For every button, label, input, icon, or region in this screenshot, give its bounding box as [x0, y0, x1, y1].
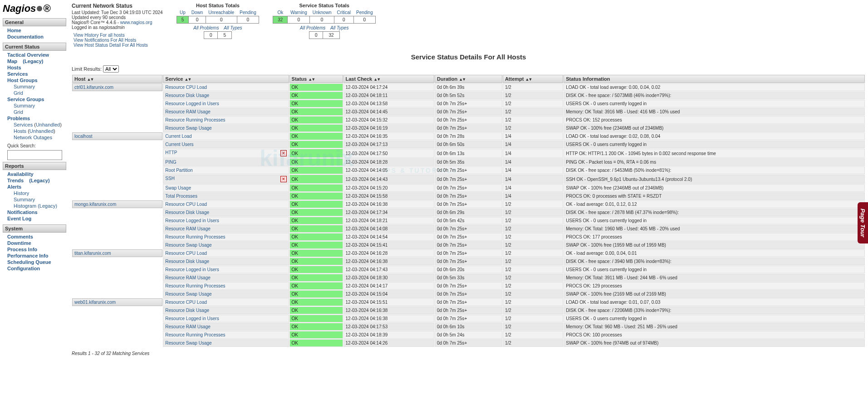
svc-total-critical-link[interactable]: Critical: [337, 10, 351, 15]
sidebar-sub-grid[interactable]: Grid: [14, 90, 23, 96]
sidebar-item-hosts[interactable]: Hosts: [7, 65, 21, 70]
col-last-check[interactable]: Last Check ▲▼: [343, 75, 434, 83]
host-link[interactable]: ctrl01.kifarunix.com: [74, 85, 113, 90]
service-link[interactable]: Resource Logged in Users: [165, 218, 219, 223]
host-all-problems-val[interactable]: 0: [204, 32, 218, 39]
sidebar-item-scheduling-queue[interactable]: Scheduling Queue: [7, 259, 51, 265]
host-link[interactable]: titan.kifarunix.com: [74, 251, 111, 256]
col-duration[interactable]: Duration ▲▼: [435, 75, 502, 83]
sidebar-item-downtime[interactable]: Downtime: [7, 240, 31, 246]
host-total-unreachable-val[interactable]: 0: [206, 16, 237, 24]
sidebar-sub-services[interactable]: Services: [14, 122, 33, 127]
service-link[interactable]: Resource Running Processes: [165, 332, 225, 337]
sort-arrows-icon[interactable]: ▲▼: [185, 77, 191, 82]
limit-select[interactable]: All: [103, 65, 119, 73]
service-link[interactable]: Resource RAM Usage: [165, 324, 210, 329]
sidebar-item-service-groups[interactable]: Service Groups: [7, 97, 44, 102]
service-link[interactable]: Resource Logged in Users: [165, 316, 219, 321]
sidebar-item-problems[interactable]: Problems: [7, 116, 30, 121]
service-link[interactable]: Resource Logged in Users: [165, 267, 219, 272]
sidebar-item-trends[interactable]: Trends: [7, 178, 24, 183]
sort-arrows-icon[interactable]: ▲▼: [87, 77, 93, 82]
sidebar-sub-hosts[interactable]: Hosts: [14, 128, 26, 134]
sidebar-item-tactical-overview[interactable]: Tactical Overview: [7, 52, 49, 58]
svc-total-pending-val[interactable]: 0: [353, 16, 376, 24]
col-status[interactable]: Status ▲▼: [289, 75, 343, 83]
sidebar-sub-summary[interactable]: Summary: [14, 103, 35, 108]
sidebar-sub-hosts-unhandled[interactable]: Unhandled: [29, 128, 54, 134]
host-link[interactable]: web01.kifarunix.com: [74, 300, 116, 305]
svc-all-types-link[interactable]: All Types: [330, 25, 348, 30]
sidebar-item-documentation[interactable]: Documentation: [7, 34, 44, 39]
service-link[interactable]: SSH: [165, 176, 175, 181]
sidebar-item-comments[interactable]: Comments: [7, 234, 33, 239]
sidebar-item-trends-legacy[interactable]: (Legacy): [29, 178, 49, 183]
notifications-disabled-icon[interactable]: ✕: [280, 150, 287, 156]
sort-arrows-icon[interactable]: ▲▼: [525, 77, 532, 82]
sidebar-item-alerts[interactable]: Alerts: [7, 184, 21, 190]
service-link[interactable]: Resource Disk Usage: [165, 308, 209, 313]
sidebar-sub-histogram--legacy-[interactable]: Histogram (Legacy): [14, 203, 57, 209]
sidebar-sub-grid[interactable]: Grid: [14, 109, 23, 115]
nagios-org-link[interactable]: www.nagios.org: [120, 20, 152, 25]
sidebar-item-services[interactable]: Services: [7, 71, 28, 77]
page-tour-button[interactable]: Page Tour: [858, 202, 868, 243]
svc-total-ok-link[interactable]: Ok: [277, 10, 283, 15]
col-service[interactable]: Service ▲▼: [163, 75, 289, 83]
service-link[interactable]: Resource CPU Load: [165, 251, 207, 256]
host-total-pending-link[interactable]: Pending: [240, 10, 256, 15]
service-link[interactable]: HTTP: [165, 150, 177, 155]
sidebar-item-home[interactable]: Home: [7, 28, 21, 33]
service-link[interactable]: Resource Swap Usage: [165, 243, 211, 248]
svc-total-unknown-val[interactable]: 0: [310, 16, 334, 24]
host-total-pending-val[interactable]: 0: [237, 16, 259, 24]
host-total-down-val[interactable]: 0: [189, 16, 206, 24]
sidebar-item-event-log[interactable]: Event Log: [7, 216, 31, 221]
info-link[interactable]: View Notifications For All Hosts: [74, 38, 163, 43]
host-link[interactable]: mongo.kifarunix.com: [74, 202, 116, 207]
host-all-types-link[interactable]: All Types: [224, 25, 242, 30]
service-link[interactable]: Resource RAM Usage: [165, 109, 210, 114]
notifications-disabled-icon[interactable]: ✕: [280, 176, 287, 182]
sidebar-item-performance-info[interactable]: Performance Info: [7, 253, 48, 258]
host-total-up-val[interactable]: 5: [177, 16, 189, 24]
service-link[interactable]: Resource Swap Usage: [165, 292, 211, 297]
service-link[interactable]: Total Processes: [165, 194, 197, 199]
col-status-information[interactable]: Status Information: [564, 75, 865, 83]
service-link[interactable]: Resource Logged in Users: [165, 101, 219, 106]
sidebar-item-map[interactable]: Map: [7, 58, 17, 64]
info-link[interactable]: View Host Status Detail For All Hosts: [74, 43, 163, 48]
svc-total-warning-val[interactable]: 0: [288, 16, 310, 24]
service-link[interactable]: PING: [165, 160, 176, 165]
service-link[interactable]: Root Partition: [165, 168, 193, 173]
service-link[interactable]: Current Users: [165, 142, 193, 147]
svc-all-types-val[interactable]: 32: [323, 32, 339, 39]
host-all-types-val[interactable]: 5: [218, 32, 232, 39]
sidebar-item-notifications[interactable]: Notifications: [7, 209, 38, 215]
service-link[interactable]: Swap Usage: [165, 185, 191, 190]
sidebar-item-availability[interactable]: Availability: [7, 171, 34, 177]
service-link[interactable]: Resource Running Processes: [165, 234, 225, 239]
svc-all-problems-val[interactable]: 0: [309, 32, 323, 39]
svc-total-unknown-link[interactable]: Unknown: [313, 10, 332, 15]
service-link[interactable]: Resource Disk Usage: [165, 210, 209, 215]
service-link[interactable]: Resource Disk Usage: [165, 93, 209, 98]
sort-arrows-icon[interactable]: ▲▼: [373, 77, 380, 82]
svc-all-problems-link[interactable]: All Problems: [300, 25, 325, 30]
service-link[interactable]: Resource CPU Load: [165, 300, 207, 305]
col-host[interactable]: Host ▲▼: [72, 75, 162, 83]
service-link[interactable]: Resource Running Processes: [165, 117, 225, 122]
sidebar-sub-history[interactable]: History: [14, 190, 29, 196]
svc-total-ok-val[interactable]: 32: [273, 16, 288, 24]
service-link[interactable]: Resource Swap Usage: [165, 126, 211, 131]
sidebar-item-configuration[interactable]: Configuration: [7, 266, 40, 271]
sidebar-sub-services-unhandled[interactable]: Unhandled: [36, 122, 60, 127]
svc-total-warning-link[interactable]: Warning: [290, 10, 307, 15]
service-link[interactable]: Resource Disk Usage: [165, 259, 209, 264]
sidebar-sub-network-outages[interactable]: Network Outages: [14, 135, 52, 140]
service-link[interactable]: Resource CPU Load: [165, 202, 207, 207]
service-link[interactable]: Resource CPU Load: [165, 85, 207, 90]
sidebar-item-process-info[interactable]: Process Info: [7, 247, 37, 252]
host-total-down-link[interactable]: Down: [191, 10, 203, 15]
svc-total-pending-link[interactable]: Pending: [356, 10, 373, 15]
